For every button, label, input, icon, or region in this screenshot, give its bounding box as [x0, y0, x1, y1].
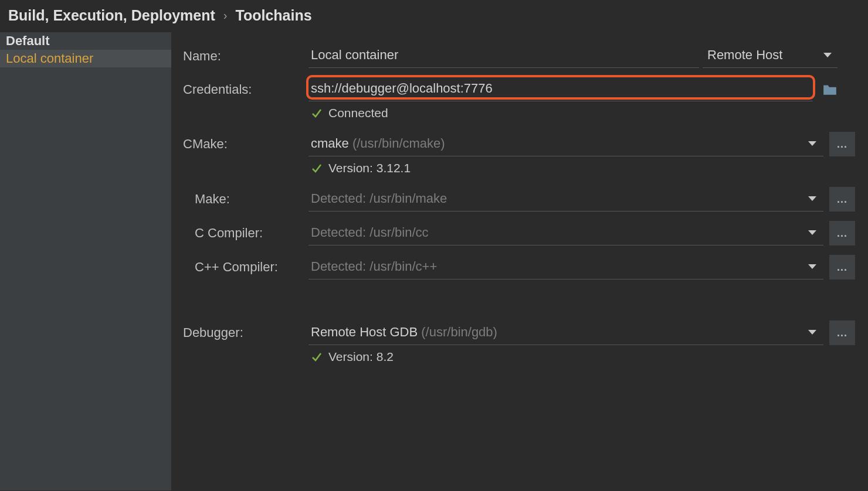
cmake-label: CMake:: [183, 132, 308, 152]
chevron-down-icon: [808, 141, 816, 146]
host-type-select[interactable]: Remote Host: [703, 44, 838, 68]
c-compiler-browse-button[interactable]: ...: [829, 221, 855, 246]
breadcrumb: Build, Execution, Deployment › Toolchain…: [0, 0, 868, 32]
ellipsis-icon: ...: [837, 261, 847, 274]
debugger-browse-button[interactable]: ...: [829, 320, 855, 345]
credentials-label: Credentials:: [183, 77, 308, 97]
credentials-status: Connected: [308, 101, 855, 122]
make-select[interactable]: Detected: /usr/bin/make: [308, 187, 823, 212]
sidebar-item-default[interactable]: Default: [0, 32, 171, 50]
chevron-down-icon: [808, 196, 816, 201]
debugger-status: Version: 8.2: [308, 345, 855, 366]
name-input[interactable]: Local container: [308, 44, 699, 68]
breadcrumb-current: Toolchains: [236, 7, 312, 24]
debugger-label: Debugger:: [183, 320, 308, 340]
credentials-input[interactable]: ssh://debugger@localhost:7776: [308, 77, 813, 101]
cmake-status: Version: 3.12.1: [308, 156, 855, 178]
cmake-browse-button[interactable]: ...: [829, 132, 855, 156]
name-label: Name:: [183, 44, 308, 64]
cmake-select[interactable]: cmake (/usr/bin/cmake): [308, 132, 823, 156]
c-compiler-label: C Compiler:: [183, 221, 308, 241]
ellipsis-icon: ...: [837, 327, 847, 339]
sidebar-item-local-container[interactable]: Local container: [0, 50, 171, 67]
check-icon: [311, 162, 323, 174]
debugger-select[interactable]: Remote Host GDB (/usr/bin/gdb): [308, 321, 823, 345]
credentials-browse-button[interactable]: [822, 83, 838, 96]
c-compiler-select[interactable]: Detected: /usr/bin/cc: [308, 221, 823, 246]
make-label: Make:: [183, 187, 308, 207]
folder-icon: [822, 83, 838, 96]
chevron-down-icon: [808, 330, 816, 335]
ellipsis-icon: ...: [837, 193, 847, 206]
breadcrumb-parent[interactable]: Build, Execution, Deployment: [8, 7, 215, 24]
toolchain-form: Name: Local container Remote Host Creden…: [171, 32, 868, 490]
ellipsis-icon: ...: [837, 227, 847, 240]
cpp-compiler-label: C++ Compiler:: [183, 255, 308, 275]
chevron-down-icon: [808, 230, 816, 235]
ellipsis-icon: ...: [837, 138, 847, 151]
make-browse-button[interactable]: ...: [829, 187, 855, 212]
chevron-right-icon: ›: [223, 9, 228, 22]
toolchains-sidebar: Default Local container: [0, 32, 171, 490]
chevron-down-icon: [808, 264, 816, 269]
check-icon: [311, 107, 323, 119]
check-icon: [311, 351, 323, 363]
cpp-compiler-select[interactable]: Detected: /usr/bin/c++: [308, 255, 823, 279]
chevron-down-icon: [823, 53, 832, 57]
cpp-compiler-browse-button[interactable]: ...: [829, 255, 855, 279]
